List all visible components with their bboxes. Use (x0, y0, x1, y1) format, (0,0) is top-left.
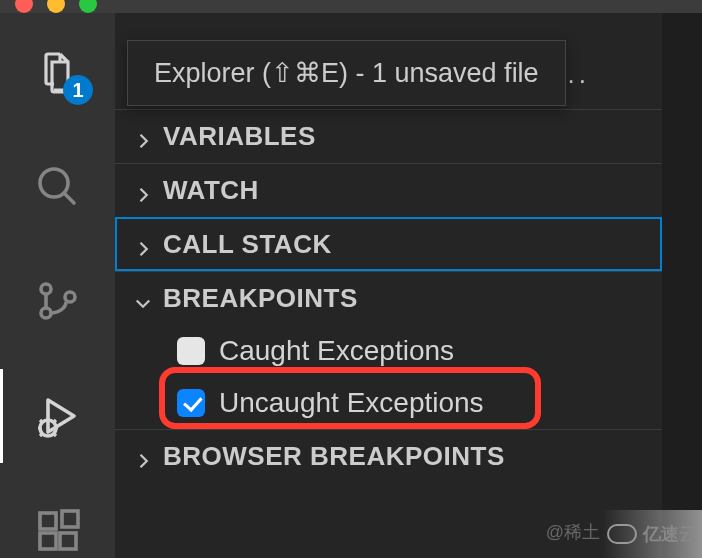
explorer-unsaved-badge: 1 (63, 75, 93, 105)
explorer-tooltip: Explorer (⇧⌘E) - 1 unsaved file (127, 40, 566, 106)
cloud-icon (607, 524, 637, 544)
section-label: BROWSER BREAKPOINTS (163, 441, 505, 472)
svg-rect-8 (62, 511, 78, 527)
chevron-right-icon (133, 447, 153, 467)
section-label: WATCH (163, 175, 259, 206)
activity-search[interactable] (0, 160, 115, 215)
svg-point-3 (65, 292, 75, 302)
close-window-icon[interactable] (15, 0, 33, 13)
traffic-lights (15, 0, 97, 13)
window-titlebar (0, 0, 702, 13)
watermark-text: @稀土 (546, 520, 600, 544)
watermark-logo: 亿速云 (602, 510, 702, 558)
chevron-right-icon (133, 181, 153, 201)
section-breakpoints[interactable]: BREAKPOINTS (115, 271, 662, 325)
section-label: BREAKPOINTS (163, 283, 358, 314)
breakpoint-label: Uncaught Exceptions (219, 387, 484, 419)
section-browser-breakpoints[interactable]: BROWSER BREAKPOINTS (115, 429, 662, 483)
activity-explorer[interactable]: 1 (0, 45, 115, 100)
breakpoint-label: Caught Exceptions (219, 335, 454, 367)
section-variables[interactable]: VARIABLES (115, 109, 662, 163)
activity-bar: 1 (0, 13, 115, 558)
chevron-right-icon (133, 127, 153, 147)
breakpoint-caught-exceptions[interactable]: Caught Exceptions (115, 325, 662, 377)
section-label: VARIABLES (163, 121, 316, 152)
section-watch[interactable]: WATCH (115, 163, 662, 217)
svg-rect-7 (60, 533, 76, 549)
zoom-window-icon[interactable] (79, 0, 97, 13)
editor-area (662, 13, 702, 558)
breakpoint-uncaught-exceptions[interactable]: Uncaught Exceptions (115, 377, 662, 429)
checkbox-checked-icon[interactable] (177, 389, 205, 417)
svg-rect-6 (40, 533, 56, 549)
section-label: CALL STACK (163, 229, 332, 260)
svg-rect-5 (40, 513, 56, 529)
activity-run-debug[interactable] (0, 389, 115, 444)
svg-point-1 (41, 284, 51, 294)
watermark-logo-text: 亿速云 (643, 522, 697, 546)
section-call-stack[interactable]: CALL STACK (115, 217, 662, 271)
chevron-right-icon (133, 235, 153, 255)
chevron-down-icon (133, 289, 153, 309)
svg-point-2 (41, 308, 51, 318)
minimize-window-icon[interactable] (47, 0, 65, 13)
activity-source-control[interactable] (0, 274, 115, 329)
activity-extensions[interactable] (0, 503, 115, 558)
checkbox-unchecked-icon[interactable] (177, 337, 205, 365)
